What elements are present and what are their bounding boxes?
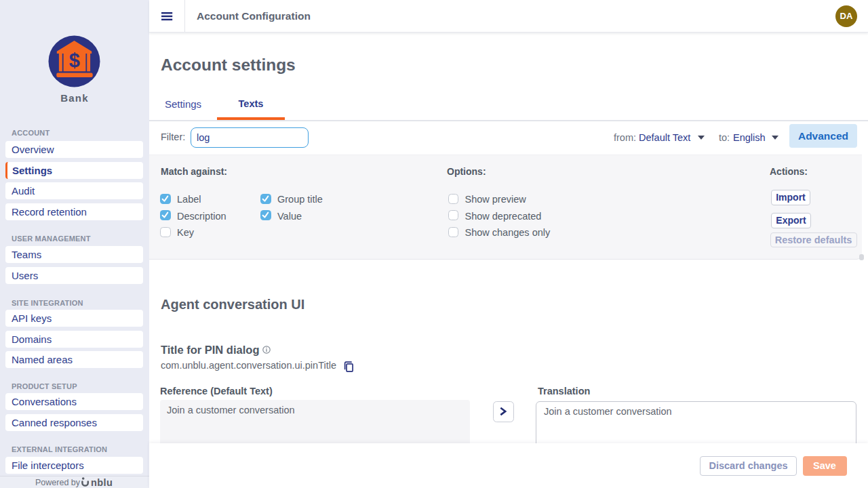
svg-text:$: $ (69, 49, 80, 71)
svg-text:nblu: nblu (91, 477, 113, 487)
